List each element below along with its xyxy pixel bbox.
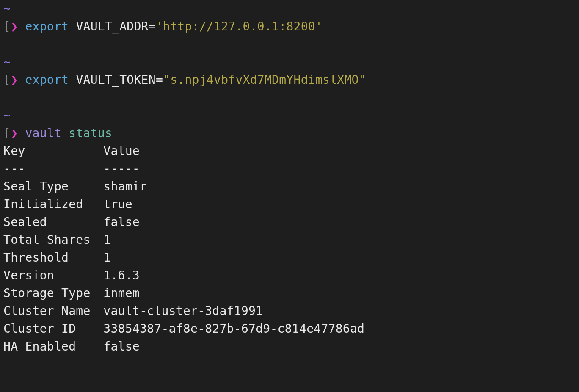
- home-indicator-line: ~: [3, 0, 576, 18]
- table-row: Initialized true: [3, 196, 576, 213]
- row-value: 1: [103, 249, 110, 267]
- row-key: Storage Type: [3, 284, 96, 302]
- table-row: Storage Type inmem: [3, 284, 576, 302]
- header-key: Key: [3, 142, 96, 160]
- row-value: true: [103, 196, 132, 213]
- row-value: shamir: [103, 178, 147, 196]
- row-key: Initialized: [3, 196, 96, 213]
- row-value: 1: [103, 231, 110, 249]
- row-value: false: [103, 338, 140, 356]
- row-key: HA Enabled: [3, 338, 96, 356]
- row-key: Version: [3, 267, 96, 284]
- table-row: Threshold 1: [3, 249, 576, 267]
- table-row: Seal Type shamir: [3, 178, 576, 196]
- table-header: Key Value: [3, 142, 576, 160]
- bracket-icon: [: [3, 19, 11, 33]
- table-row: Cluster Name vault-cluster-3daf1991: [3, 302, 576, 320]
- shell-string: "s.npj4vbfvXd7MDmYHdimslXMO": [163, 73, 366, 87]
- row-key: Seal Type: [3, 178, 96, 196]
- prompt-arrow-icon: ❯: [11, 73, 18, 87]
- blank-line: [3, 36, 576, 53]
- table-row: Version 1.6.3: [3, 267, 576, 284]
- prompt-arrow-icon: ❯: [11, 19, 18, 33]
- command-line-3: [❯ vault status: [3, 124, 576, 142]
- row-key: Cluster ID: [3, 320, 96, 338]
- home-indicator-line: ~: [3, 53, 576, 71]
- table-row: Sealed false: [3, 213, 576, 231]
- row-key: Total Shares: [3, 231, 96, 249]
- row-key: Sealed: [3, 213, 96, 231]
- bracket-icon: [: [3, 126, 11, 140]
- blank-line: [3, 89, 576, 107]
- shell-assignment: VAULT_TOKEN=: [69, 73, 163, 87]
- row-key: Cluster Name: [3, 302, 96, 320]
- divider-key: ---: [3, 160, 96, 178]
- header-value: Value: [103, 142, 140, 160]
- shell-keyword: export: [25, 19, 69, 33]
- table-divider: --- -----: [3, 160, 576, 178]
- tilde-icon: ~: [3, 2, 11, 16]
- command-name: vault: [25, 126, 61, 140]
- row-value: 33854387-af8e-827b-67d9-c814e47786ad: [103, 320, 364, 338]
- home-indicator-line: ~: [3, 107, 576, 124]
- divider-value: -----: [103, 160, 140, 178]
- table-body: Seal Type shamirInitialized trueSealed f…: [3, 178, 576, 356]
- table-row: Total Shares 1: [3, 231, 576, 249]
- row-value: false: [103, 213, 140, 231]
- shell-string: 'http://127.0.0.1:8200': [156, 19, 323, 33]
- table-row: Cluster ID 33854387-af8e-827b-67d9-c814e…: [3, 320, 576, 338]
- row-value: inmem: [103, 284, 140, 302]
- command-line-1: [❯ export VAULT_ADDR='http://127.0.0.1:8…: [3, 18, 576, 36]
- tilde-icon: ~: [3, 108, 11, 122]
- bracket-icon: [: [3, 73, 11, 87]
- prompt-arrow-icon: ❯: [11, 126, 18, 140]
- row-value: vault-cluster-3daf1991: [103, 302, 263, 320]
- command-line-2: [❯ export VAULT_TOKEN="s.npj4vbfvXd7MDmY…: [3, 71, 576, 89]
- row-key: Threshold: [3, 249, 96, 267]
- command-arg: status: [69, 126, 112, 140]
- table-row: HA Enabled false: [3, 338, 576, 356]
- row-value: 1.6.3: [103, 267, 140, 284]
- shell-assignment: VAULT_ADDR=: [69, 19, 156, 33]
- shell-keyword: export: [25, 73, 69, 87]
- tilde-icon: ~: [3, 55, 11, 69]
- terminal-output[interactable]: ~ [❯ export VAULT_ADDR='http://127.0.0.1…: [3, 0, 576, 356]
